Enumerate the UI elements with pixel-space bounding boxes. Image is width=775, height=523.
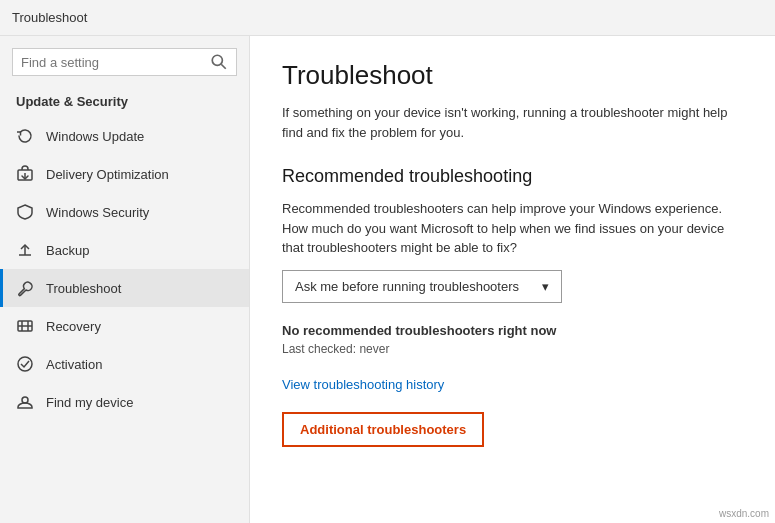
chevron-down-icon: ▾ bbox=[542, 279, 549, 294]
main-layout: Update & Security Windows Update Del bbox=[0, 36, 775, 523]
sidebar-item-backup[interactable]: Backup bbox=[0, 231, 249, 269]
sidebar-item-windows-security[interactable]: Windows Security bbox=[0, 193, 249, 231]
additional-troubleshooters-button[interactable]: Additional troubleshooters bbox=[282, 412, 484, 447]
sidebar-item-label: Activation bbox=[46, 357, 102, 372]
content-area: Troubleshoot If something on your device… bbox=[250, 36, 775, 523]
view-history-link[interactable]: View troubleshooting history bbox=[282, 377, 444, 392]
troubleshooter-dropdown[interactable]: Ask me before running troubleshooters ▾ bbox=[282, 270, 562, 303]
sidebar-item-label: Windows Security bbox=[46, 205, 149, 220]
svg-point-0 bbox=[212, 55, 222, 65]
top-bar: Troubleshoot bbox=[0, 0, 775, 36]
delivery-icon bbox=[16, 165, 34, 183]
sidebar-item-activation[interactable]: Activation bbox=[0, 345, 249, 383]
sidebar-item-delivery-optimization[interactable]: Delivery Optimization bbox=[0, 155, 249, 193]
page-title: Troubleshoot bbox=[282, 60, 743, 91]
sidebar-item-windows-update[interactable]: Windows Update bbox=[0, 117, 249, 155]
sidebar-item-label: Troubleshoot bbox=[46, 281, 121, 296]
no-troubleshooters-text: No recommended troubleshooters right now bbox=[282, 323, 743, 338]
shield-icon bbox=[16, 203, 34, 221]
search-icon bbox=[210, 53, 228, 71]
sidebar-item-troubleshoot[interactable]: Troubleshoot bbox=[0, 269, 249, 307]
sidebar-item-label: Delivery Optimization bbox=[46, 167, 169, 182]
section-label: Update & Security bbox=[0, 88, 249, 117]
find-icon bbox=[16, 393, 34, 411]
search-input[interactable] bbox=[21, 55, 210, 70]
svg-point-11 bbox=[22, 397, 28, 403]
backup-icon bbox=[16, 241, 34, 259]
sidebar-item-find-my-device[interactable]: Find my device bbox=[0, 383, 249, 421]
sidebar-item-label: Backup bbox=[46, 243, 89, 258]
search-box[interactable] bbox=[12, 48, 237, 76]
svg-line-1 bbox=[221, 64, 226, 69]
dropdown-value: Ask me before running troubleshooters bbox=[295, 279, 519, 294]
top-bar-title: Troubleshoot bbox=[12, 10, 87, 25]
watermark: wsxdn.com bbox=[719, 508, 769, 519]
sidebar-item-label: Windows Update bbox=[46, 129, 144, 144]
last-checked-text: Last checked: never bbox=[282, 342, 743, 356]
sidebar: Update & Security Windows Update Del bbox=[0, 36, 250, 523]
recommended-section-title: Recommended troubleshooting bbox=[282, 166, 743, 187]
recommended-description: Recommended troubleshooters can help imp… bbox=[282, 199, 743, 258]
svg-point-10 bbox=[18, 357, 32, 371]
sidebar-item-label: Recovery bbox=[46, 319, 101, 334]
content-description: If something on your device isn't workin… bbox=[282, 103, 743, 142]
sidebar-item-label: Find my device bbox=[46, 395, 133, 410]
additional-section: Additional troubleshooters bbox=[282, 412, 743, 447]
activation-icon bbox=[16, 355, 34, 373]
sidebar-item-recovery[interactable]: Recovery bbox=[0, 307, 249, 345]
refresh-icon bbox=[16, 127, 34, 145]
wrench-icon bbox=[16, 279, 34, 297]
recovery-icon bbox=[16, 317, 34, 335]
